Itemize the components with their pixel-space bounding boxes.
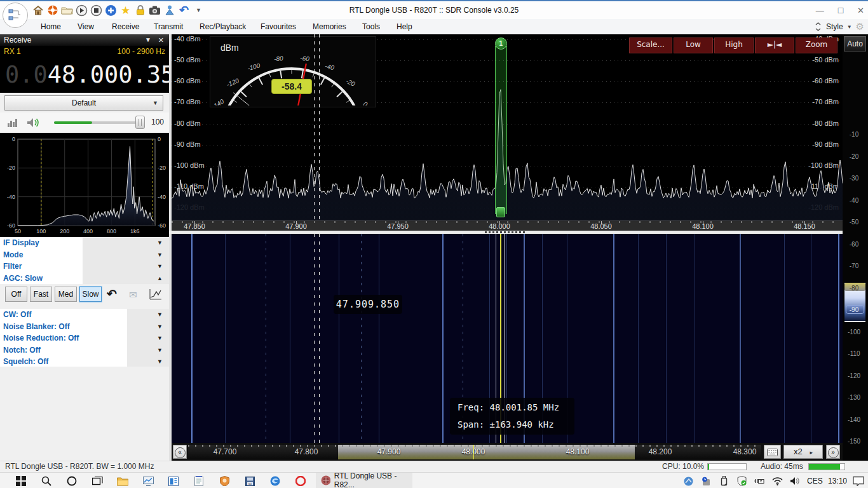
- section-cw[interactable]: CW: Off▼: [0, 309, 169, 321]
- section-notch[interactable]: Notch: Off▼: [0, 344, 169, 356]
- menu-memories[interactable]: Memories: [310, 19, 349, 34]
- section-agc[interactable]: AGC: Slow▲: [0, 273, 169, 285]
- action-center-icon[interactable]: [851, 475, 865, 487]
- agc-undo-icon[interactable]: ↶: [107, 287, 117, 301]
- high-button[interactable]: High: [714, 37, 754, 53]
- edge-icon[interactable]: [268, 475, 282, 487]
- rx-label: RX 1: [4, 46, 21, 57]
- blue-app-icon[interactable]: [166, 475, 180, 487]
- agc-fast-button[interactable]: Fast: [30, 287, 52, 302]
- speaker-icon[interactable]: [27, 117, 41, 128]
- range-tick-label: -20: [843, 153, 865, 160]
- section-caret-icon[interactable]: ▼: [157, 332, 163, 344]
- perf-monitor-icon[interactable]: [141, 475, 155, 487]
- sub-rx-frequency-label: 47.909.850: [334, 295, 402, 314]
- scrollbar-frequency-label: 47.900: [377, 447, 401, 456]
- agc-slow-button[interactable]: Slow: [79, 287, 102, 302]
- section-caret-icon[interactable]: ▼: [157, 261, 163, 273]
- opera-icon[interactable]: [294, 475, 308, 487]
- clock[interactable]: 13:10: [828, 477, 847, 485]
- tuning-marker-badge[interactable]: 1: [495, 37, 507, 50]
- menu-view[interactable]: View: [75, 19, 97, 34]
- orange-app-icon[interactable]: [217, 475, 231, 487]
- panel-menu-icon[interactable]: ▼: [145, 34, 151, 46]
- scale-button[interactable]: Scale...: [629, 37, 672, 53]
- zoom-button[interactable]: Zoom: [796, 37, 837, 53]
- minimize-button[interactable]: —: [816, 6, 824, 15]
- panel-close-icon[interactable]: ✕: [158, 34, 164, 46]
- dosbox-icon[interactable]: 64: [243, 475, 257, 487]
- agc-off-button[interactable]: Off: [5, 287, 27, 302]
- zoom-x2-button[interactable]: x2 ▸: [783, 445, 823, 459]
- taskbar-active-app[interactable]: RTL Dongle USB - R82...: [316, 473, 412, 488]
- tray-wifi-icon[interactable]: [770, 475, 784, 487]
- menu-favourites[interactable]: Favourites: [258, 19, 299, 34]
- scroll-right-button[interactable]: »: [826, 445, 840, 459]
- sub-rx-marker-line[interactable]: [319, 34, 320, 220]
- section-caret-icon[interactable]: ▼: [157, 321, 163, 333]
- section-caret-icon[interactable]: ▲: [157, 273, 163, 285]
- section-caret-icon[interactable]: ▼: [157, 237, 163, 249]
- section-if-display[interactable]: IF Display▼: [0, 237, 169, 249]
- tray-defender-icon[interactable]: [735, 475, 749, 487]
- menu-tools[interactable]: Tools: [360, 19, 383, 34]
- tray-volume-icon[interactable]: [788, 475, 802, 487]
- agc-med-button[interactable]: Med: [55, 287, 77, 302]
- tray-power-icon[interactable]: [752, 475, 766, 487]
- scrollbar-frequency-label: 47.700: [214, 447, 237, 456]
- audio-spectrum-panel[interactable]: 00-20-20-40-40-60-60501002004008001k6: [0, 133, 169, 237]
- receiver-panel-header[interactable]: Receive ▼ ✕: [0, 34, 169, 46]
- center-button[interactable]: ►|◄: [755, 37, 794, 53]
- tuning-marker-band[interactable]: [495, 46, 507, 214]
- scroll-left-button[interactable]: «: [173, 445, 187, 459]
- notepad-icon[interactable]: [192, 475, 206, 487]
- menu-transmit[interactable]: Transmit: [151, 19, 186, 34]
- task-view-icon[interactable]: [90, 475, 104, 487]
- keyboard-entry-button[interactable]: [764, 445, 781, 459]
- low-button[interactable]: Low: [674, 37, 713, 53]
- section-filter[interactable]: Filter▼: [0, 261, 169, 273]
- tray-usb-icon[interactable]: [717, 475, 731, 487]
- menu-home[interactable]: Home: [38, 19, 64, 34]
- menu-receive[interactable]: Receive: [109, 19, 142, 34]
- section-noise-blanker[interactable]: Noise Blanker: Off▼: [0, 321, 169, 333]
- spectrum-display[interactable]: -40 dBm-40 dBm-50 dBm-50 dBm-60 dBm-60 d…: [172, 34, 843, 220]
- sdr-console-app-icon: [321, 475, 330, 485]
- frequency-display[interactable]: 0.048.000.350: [0, 57, 169, 93]
- menu-right-controls: Style ▼ ⚙: [814, 19, 864, 34]
- style-caret-icon[interactable]: ▼: [847, 24, 852, 30]
- agc-graph-icon[interactable]: [149, 288, 163, 301]
- menu-recplayback[interactable]: Rec/Playback: [197, 19, 248, 34]
- auto-range-button[interactable]: Auto: [844, 36, 866, 51]
- section-noise-reduction[interactable]: Noise Reduction: Off▼: [0, 332, 169, 344]
- collapse-ribbon-icon[interactable]: [814, 21, 822, 32]
- waterfall-signal-line: [191, 234, 193, 443]
- cortana-icon[interactable]: [65, 475, 79, 487]
- sub-rx-marker-line[interactable]: [314, 34, 315, 220]
- scrollbar-track[interactable]: 47.70047.80047.90048.00048.10048.20048.3…: [188, 445, 761, 459]
- style-menu[interactable]: Style: [826, 22, 843, 31]
- start-button[interactable]: [14, 475, 28, 487]
- range-tick-label: -100: [843, 329, 865, 336]
- tuning-marker-handle[interactable]: [496, 207, 505, 217]
- section-caret-icon[interactable]: ▼: [157, 309, 163, 321]
- double-left-arrow-icon: «: [175, 447, 186, 458]
- profile-select[interactable]: Default ▼: [4, 95, 163, 111]
- tray-update-icon[interactable]: [699, 475, 713, 487]
- section-caret-icon[interactable]: ▼: [157, 344, 163, 356]
- app-menu-button[interactable]: [3, 3, 28, 28]
- waterfall-display[interactable]: 47.909.850 Freq: 48.001.85 MHz Span: ±16…: [172, 234, 843, 443]
- file-explorer-icon[interactable]: [116, 475, 130, 487]
- tray-sdr-icon[interactable]: [681, 475, 695, 487]
- equalizer-icon[interactable]: [8, 118, 19, 127]
- close-button[interactable]: ✕: [857, 6, 864, 15]
- maximize-button[interactable]: □: [838, 5, 843, 15]
- section-caret-icon[interactable]: ▼: [157, 249, 163, 261]
- volume-slider[interactable]: [54, 121, 137, 124]
- section-mode[interactable]: Mode▼: [0, 249, 169, 261]
- menu-help[interactable]: Help: [394, 19, 415, 34]
- svg-text:0: 0: [12, 136, 15, 142]
- search-icon[interactable]: [39, 475, 53, 487]
- keyboard-layout-indicator[interactable]: CES: [807, 477, 823, 485]
- volume-slider-handle[interactable]: [135, 116, 145, 129]
